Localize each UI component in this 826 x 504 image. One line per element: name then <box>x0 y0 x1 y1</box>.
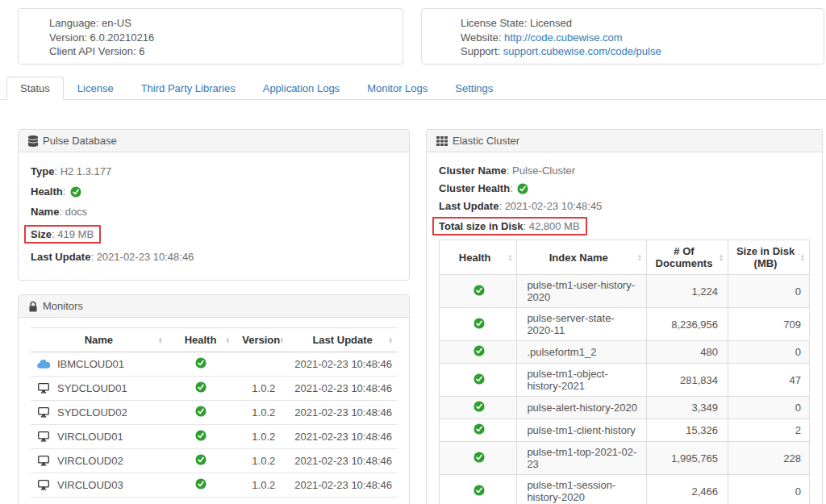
sort-icon[interactable] <box>507 254 512 261</box>
field-last-update: Last Update: 2021-02-23 10:48:45 <box>439 199 810 213</box>
sort-icon[interactable] <box>719 254 724 261</box>
elastic-index-row: pulse-server-state-2020-118,236,956709 <box>440 308 810 341</box>
health-check-icon <box>517 183 528 194</box>
tab-license[interactable]: License <box>64 77 127 100</box>
index-health <box>440 419 517 442</box>
health-check-icon <box>473 452 485 463</box>
monitor-row: VIRCLOUD021.0.22021-02-23 10:48:46 <box>31 449 397 473</box>
sort-icon[interactable] <box>800 254 805 261</box>
monitor-name: SYDCLOUD02 <box>31 401 167 425</box>
health-check-icon <box>473 345 485 356</box>
elastic-col-size-in-disk[interactable]: Size in Disk (MB) <box>728 240 810 275</box>
website-link[interactable]: http://code.cubewise.com <box>504 31 623 44</box>
tab-bar: Status License Third Party Libraries App… <box>0 77 826 100</box>
column-label: Health <box>185 334 217 346</box>
health-check-icon <box>195 478 206 489</box>
column-label: Health <box>459 252 491 264</box>
tab-application-logs[interactable]: Application Logs <box>249 77 353 100</box>
size-highlight-box: Size: 419 MB <box>24 225 101 244</box>
monitor-name: VIRCLOUD01 <box>31 425 167 449</box>
elastic-col-index-name[interactable]: Index Name <box>517 240 647 275</box>
monitor-last-update: 2021-02-23 10:48:46 <box>288 377 397 401</box>
sort-icon[interactable] <box>225 336 230 344</box>
index-documents: 3,349 <box>647 397 728 419</box>
monitors-col-last-update[interactable]: Last Update <box>288 328 397 352</box>
index-size-in-disk: 228 <box>728 442 810 475</box>
status-content: Pulse Database Type: H2 1.3.177 Health: … <box>0 129 826 504</box>
field-value: Pulse-Cluster <box>512 164 575 177</box>
elastic-col-documents[interactable]: # Of Documents <box>647 240 728 275</box>
health-check-icon <box>473 318 485 329</box>
monitor-last-update: 2021-02-23 10:48:46 <box>288 352 397 377</box>
index-documents: 2,466 <box>647 475 728 504</box>
field-cluster-health: Cluster Health: <box>439 181 810 195</box>
index-name: pulse-tm1-client-history <box>517 419 647 442</box>
health-check-icon <box>473 485 485 496</box>
app-info-box: Language: en-US Version: 6.0.20210216 Cl… <box>18 8 403 65</box>
panel-title: Elastic Cluster <box>453 135 519 147</box>
desktop-icon <box>37 456 50 466</box>
field-type: Type: H2 1.3.177 <box>31 165 397 178</box>
monitor-row: VIRCLOUD011.0.22021-02-23 10:48:46 <box>31 425 397 449</box>
index-size-in-disk: 709 <box>728 308 810 341</box>
desktop-icon <box>37 431 50 442</box>
elastic-cluster-panel: Elastic Cluster Cluster Name: Pulse-Clus… <box>426 129 823 504</box>
client-api-line: Client API Version: 6 <box>49 44 390 59</box>
monitor-last-update: 2021-02-23 10:48:46 <box>288 449 397 473</box>
monitor-last-update: 2021-02-23 10:48:46 <box>288 425 397 449</box>
column-label: Name <box>85 334 113 346</box>
monitor-row: SYDCLOUD011.0.22021-02-23 10:48:46 <box>31 377 397 401</box>
monitors-col-health[interactable]: Health <box>167 328 234 352</box>
tab-settings[interactable]: Settings <box>441 77 507 100</box>
index-name: pulse-tm1-user-history-2020 <box>517 275 647 308</box>
index-name: pulse-tm1-session-history-2020 <box>517 475 647 504</box>
index-name: .pulsefortm1_2 <box>517 341 647 364</box>
sort-icon[interactable] <box>388 336 393 344</box>
elastic-index-row: .pulsefortm1_24800 <box>440 341 810 364</box>
health-check-icon <box>195 406 206 417</box>
elastic-indices-table: Health Index Name # Of Documents Size in… <box>439 240 810 504</box>
support-line: Support: support.cubewise.com/code/pulse <box>461 44 811 59</box>
monitor-version: 1.0.2 <box>234 449 288 473</box>
sort-icon[interactable] <box>637 254 642 261</box>
sort-icon[interactable] <box>279 336 284 344</box>
health-check-icon <box>195 454 206 465</box>
field-value: 42,800 MB <box>529 219 580 233</box>
index-size-in-disk: 0 <box>728 275 810 308</box>
index-documents: 480 <box>647 341 728 364</box>
index-name: pulse-server-state-2020-11 <box>517 308 647 341</box>
index-size-in-disk: 0 <box>728 397 810 419</box>
monitor-row: IBMCLOUD012021-02-23 10:48:46 <box>31 352 397 377</box>
pulse-database-body: Type: H2 1.3.177 Health: Name: docs Size… <box>19 152 409 280</box>
elastic-col-health[interactable]: Health <box>440 240 517 275</box>
monitor-row: SYDCLOUD021.0.22021-02-23 10:48:46 <box>31 401 397 425</box>
monitor-health <box>167 473 234 498</box>
right-column: Elastic Cluster Cluster Name: Pulse-Clus… <box>426 129 823 504</box>
monitors-table: Name Health Version Last Update IBMCLOUD… <box>31 327 397 498</box>
tab-monitor-logs[interactable]: Monitor Logs <box>353 77 441 100</box>
monitor-version: 1.0.2 <box>234 425 288 449</box>
website-label: Website <box>461 31 499 44</box>
health-check-icon <box>473 423 485 435</box>
tab-status[interactable]: Status <box>6 77 64 100</box>
index-health <box>440 364 517 397</box>
index-documents: 1,224 <box>647 275 728 308</box>
field-value: 2021-02-23 10:48:45 <box>505 199 603 213</box>
monitors-col-version[interactable]: Version <box>234 328 288 352</box>
health-check-icon <box>473 285 485 296</box>
license-state-line: License State: Licensed <box>461 16 811 31</box>
tab-third-party-libraries[interactable]: Third Party Libraries <box>127 77 249 100</box>
database-icon <box>28 135 38 147</box>
health-check-icon <box>473 373 485 385</box>
support-link[interactable]: support.cubewise.com/code/pulse <box>503 45 661 57</box>
monitors-col-name[interactable]: Name <box>31 328 167 352</box>
sort-icon[interactable] <box>158 336 163 344</box>
index-health <box>440 442 517 475</box>
desktop-icon <box>37 407 50 418</box>
pulse-database-panel: Pulse Database Type: H2 1.3.177 Health: … <box>18 129 410 281</box>
index-health <box>440 275 517 308</box>
elastic-index-row: pulse-tm1-client-history15,3262 <box>440 419 810 442</box>
index-health <box>440 341 517 364</box>
field-total-size: Total size in Disk: 42,800 MB <box>439 217 810 235</box>
column-label: Index Name <box>549 252 608 264</box>
